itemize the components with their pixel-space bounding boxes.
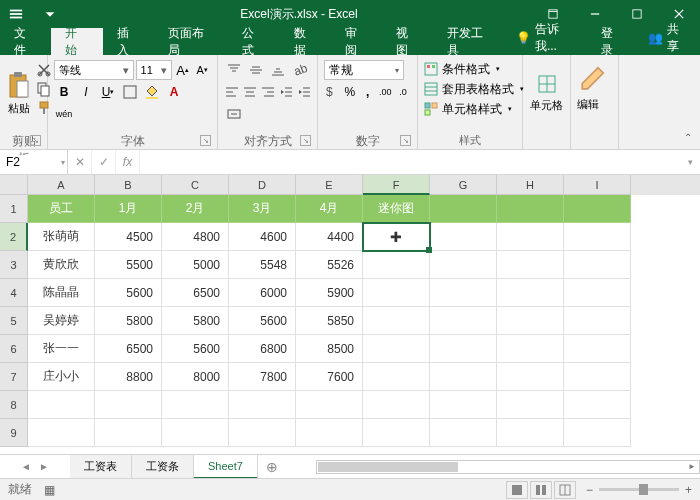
cell[interactable] (564, 279, 631, 307)
share-button[interactable]: 👥共享 (638, 21, 700, 55)
cell[interactable] (564, 195, 631, 223)
underline-button[interactable]: U▾ (98, 82, 118, 102)
increase-decimal-button[interactable]: .00 (378, 82, 394, 102)
cell[interactable]: 4500 (95, 223, 162, 251)
comma-button[interactable]: , (360, 82, 376, 102)
cancel-formula-icon[interactable]: ✕ (68, 150, 92, 174)
cell[interactable] (497, 363, 564, 391)
tab-view[interactable]: 视图 (382, 28, 433, 55)
cell[interactable] (497, 419, 564, 447)
cell[interactable]: 7800 (229, 363, 296, 391)
cell[interactable] (229, 419, 296, 447)
cell[interactable] (497, 279, 564, 307)
sheet-tab[interactable]: Sheet7 (194, 455, 258, 479)
cell[interactable]: 2月 (162, 195, 229, 223)
col-header[interactable]: I (564, 175, 631, 195)
cell[interactable]: 3月 (229, 195, 296, 223)
cell[interactable]: 7600 (296, 363, 363, 391)
row-header[interactable]: 3 (0, 251, 28, 279)
cell[interactable]: 5500 (95, 251, 162, 279)
collapse-ribbon-icon[interactable]: ⌃ (680, 129, 696, 145)
cell[interactable]: 4800 (162, 223, 229, 251)
cell[interactable]: 6500 (162, 279, 229, 307)
cell[interactable] (28, 391, 95, 419)
cell[interactable] (296, 419, 363, 447)
cell[interactable]: 1月 (95, 195, 162, 223)
fill-handle[interactable] (426, 247, 432, 253)
cell[interactable] (363, 279, 430, 307)
currency-button[interactable]: $ (324, 82, 340, 102)
cell[interactable]: 5526 (296, 251, 363, 279)
cell[interactable] (162, 391, 229, 419)
cell[interactable] (497, 307, 564, 335)
cell[interactable] (497, 391, 564, 419)
zoom-in-button[interactable]: + (685, 483, 692, 497)
row-header[interactable]: 9 (0, 419, 28, 447)
sheet-nav-next-icon[interactable]: ► (39, 461, 49, 472)
cell[interactable] (430, 391, 497, 419)
zoom-out-button[interactable]: − (586, 483, 593, 497)
number-launcher[interactable] (400, 135, 411, 146)
align-left-button[interactable] (224, 82, 240, 102)
tab-data[interactable]: 数据 (280, 28, 331, 55)
expand-formula-bar-icon[interactable]: ▾ (680, 157, 700, 167)
number-format-dropdown[interactable]: 常规▾ (324, 60, 404, 80)
font-size-dropdown[interactable]: 11▾ (136, 60, 172, 80)
decrease-font-button[interactable]: A▾ (193, 60, 211, 80)
cell[interactable]: 6500 (95, 335, 162, 363)
selected-cell[interactable]: ✚ (363, 223, 430, 251)
cell[interactable] (430, 223, 497, 251)
cell[interactable]: 8800 (95, 363, 162, 391)
italic-button[interactable]: I (76, 82, 96, 102)
orientation-button[interactable]: ab (290, 60, 310, 80)
clipboard-launcher[interactable] (30, 135, 41, 146)
font-name-dropdown[interactable]: 等线▾ (54, 60, 134, 80)
sheet-tab[interactable]: 工资条 (132, 455, 194, 479)
cell[interactable]: 庄小小 (28, 363, 95, 391)
tab-file[interactable]: 文件 (0, 28, 51, 55)
view-normal-button[interactable] (506, 481, 528, 499)
align-right-button[interactable] (260, 82, 276, 102)
cell[interactable]: 4月 (296, 195, 363, 223)
cell[interactable]: 4400 (296, 223, 363, 251)
name-box[interactable]: ▾ (0, 150, 68, 174)
align-top-button[interactable] (224, 60, 244, 80)
horizontal-scrollbar[interactable]: ◄ ► (316, 460, 700, 474)
cell[interactable] (363, 419, 430, 447)
cell[interactable] (363, 363, 430, 391)
cell[interactable]: 迷你图 (363, 195, 430, 223)
col-header[interactable]: F (363, 175, 430, 195)
scroll-right-icon[interactable]: ► (685, 462, 699, 471)
cell[interactable] (564, 307, 631, 335)
cell[interactable]: 5600 (95, 279, 162, 307)
editing-button[interactable]: 编辑 (577, 59, 612, 112)
sheet-tab[interactable]: 工资表 (70, 455, 132, 479)
cell-styles-button[interactable]: 单元格样式▾ (424, 99, 516, 119)
font-color-button[interactable]: A (164, 82, 184, 102)
conditional-format-button[interactable]: 条件格式▾ (424, 59, 516, 79)
sheet-nav-prev-icon[interactable]: ◄ (21, 461, 31, 472)
scrollbar-thumb[interactable] (318, 462, 458, 472)
cell[interactable] (564, 251, 631, 279)
cell[interactable] (162, 419, 229, 447)
cell[interactable] (430, 307, 497, 335)
row-header[interactable]: 8 (0, 391, 28, 419)
cell[interactable]: 张一一 (28, 335, 95, 363)
cell[interactable] (95, 391, 162, 419)
col-header[interactable]: E (296, 175, 363, 195)
col-header[interactable]: B (95, 175, 162, 195)
cell[interactable]: 黄欣欣 (28, 251, 95, 279)
cell[interactable]: 6800 (229, 335, 296, 363)
cell[interactable]: 5000 (162, 251, 229, 279)
cell[interactable] (363, 307, 430, 335)
select-all-corner[interactable] (0, 175, 28, 195)
cell[interactable] (430, 363, 497, 391)
cell[interactable] (95, 419, 162, 447)
zoom-slider-knob[interactable] (639, 484, 648, 495)
increase-font-button[interactable]: A▴ (174, 60, 192, 80)
cells-button[interactable]: 单元格 (529, 59, 564, 127)
cell[interactable] (497, 195, 564, 223)
align-launcher[interactable] (300, 135, 311, 146)
percent-button[interactable]: % (342, 82, 358, 102)
decrease-indent-button[interactable] (278, 82, 294, 102)
